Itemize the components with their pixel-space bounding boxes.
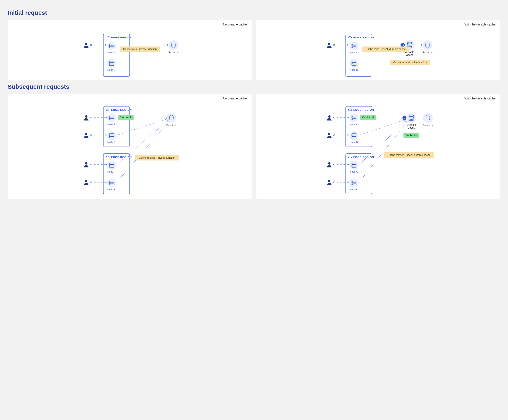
server-icon xyxy=(349,113,358,122)
node-a-label: Node A xyxy=(350,123,358,126)
user-icon xyxy=(84,180,89,185)
badge-cache-miss-text: Cache misses - invoke function xyxy=(139,156,175,159)
cloud-icon xyxy=(348,109,351,111)
edge-region-label: EDGE REGION xyxy=(111,36,132,39)
server-icon xyxy=(107,41,116,50)
node-a-label: Node A xyxy=(350,51,358,54)
diagram-subsequent-left: EDGE REGION Node A Node B EDGE REGION No… xyxy=(8,94,252,199)
user-icon xyxy=(327,162,332,167)
node-a-label: Node A xyxy=(350,170,358,173)
badge-cache-miss-text: Cache miss - check durable cache xyxy=(366,47,406,51)
user-icon xyxy=(84,43,89,48)
badge-cache-miss-text: Cache misses - check durable cache xyxy=(388,153,430,157)
server-icon xyxy=(107,59,116,68)
cloud-icon xyxy=(106,109,109,111)
dot-icon xyxy=(333,45,335,46)
badge-cache-hit-text: Cache hit xyxy=(405,134,417,137)
node-b-label: Node B xyxy=(350,141,358,144)
edge-region-label: EDGE REGION xyxy=(111,156,132,159)
panel-title: With the durable cache xyxy=(464,97,495,100)
server-icon xyxy=(107,161,116,170)
section-initial-title: Initial request xyxy=(8,9,500,16)
edge-region-label: EDGE REGION xyxy=(353,108,374,111)
user-icon xyxy=(84,115,89,120)
server-icon xyxy=(107,179,116,187)
svg-line-32 xyxy=(359,120,405,135)
function-label: Function xyxy=(166,124,177,127)
panel-subsequent-with-cache: With the durable cache xyxy=(256,94,500,199)
badge-cache-miss-text: Cache miss - invoke function xyxy=(393,61,427,64)
user-icon xyxy=(84,133,89,138)
node-b-label: Node B xyxy=(350,68,358,71)
user-icon xyxy=(84,162,89,167)
edge-region-box xyxy=(346,154,372,194)
dot-group xyxy=(333,117,335,183)
svg-line-34 xyxy=(359,122,407,182)
function-icon xyxy=(167,113,176,123)
server-icon xyxy=(349,179,358,187)
panel-subsequent-no-cache: No durable cache xyxy=(8,94,252,199)
svg-line-27 xyxy=(117,121,169,182)
node-a-label: Node A xyxy=(107,51,115,54)
edge-region-label: EDGE REGION xyxy=(111,108,132,111)
database-icon xyxy=(407,113,416,123)
server-icon xyxy=(107,113,116,122)
node-b-label: Node B xyxy=(107,68,116,71)
function-label: Function xyxy=(169,51,179,54)
dot-group xyxy=(90,117,92,183)
badge-cache-hit-text: Cache hit xyxy=(120,116,132,119)
user-icon xyxy=(327,133,332,138)
cloud-icon xyxy=(348,156,351,158)
row-initial: No durable cache EDGE REGION Node A Nod xyxy=(8,20,500,80)
cloud-icon xyxy=(106,156,109,158)
panel-initial-no-cache: No durable cache EDGE REGION Node A Nod xyxy=(8,20,252,80)
arrow-disc-icon xyxy=(402,116,406,120)
panel-title: No durable cache xyxy=(223,23,247,26)
function-label: Function xyxy=(423,124,433,127)
diagram-subsequent-right: EDGE REGION Node A Node B EDGE REGION No… xyxy=(256,94,500,199)
node-b-label: Node B xyxy=(107,141,116,144)
server-icon xyxy=(349,131,358,140)
node-b-label: Node B xyxy=(350,188,358,191)
server-icon xyxy=(107,131,116,140)
server-icon xyxy=(349,161,358,170)
section-subsequent-title: Subsequent requests xyxy=(8,83,500,90)
edge-region-box xyxy=(346,106,372,147)
edge-region-label: EDGE REGION xyxy=(353,156,374,159)
svg-line-25 xyxy=(117,119,168,135)
edge-region-label: EDGE REGION xyxy=(353,36,374,39)
user-icon xyxy=(327,180,332,185)
function-icon xyxy=(169,40,179,50)
server-icon xyxy=(349,41,358,50)
badge-cache-hit-text: Cache hit xyxy=(362,116,374,119)
row-subsequent: No durable cache xyxy=(8,94,500,199)
server-icon xyxy=(349,59,358,68)
node-a-label: Node A xyxy=(107,123,115,126)
dot-icon xyxy=(90,45,92,46)
function-icon xyxy=(423,40,433,50)
node-b-label: Node B xyxy=(107,188,116,191)
edge-region-box xyxy=(104,154,130,194)
diagram-initial-right: EDGE REGION Node A Node B DurableCache F… xyxy=(256,20,500,80)
edge-region-box xyxy=(104,106,130,147)
cloud-icon xyxy=(348,36,351,38)
function-icon xyxy=(423,113,433,123)
diagram-initial-left: EDGE REGION Node A Node B Function Cache… xyxy=(8,20,252,80)
panel-title: No durable cache xyxy=(223,97,247,100)
cloud-icon xyxy=(106,36,109,38)
panel-initial-with-cache: With the durable cache EDGE REGION Node … xyxy=(256,20,500,80)
panel-title: With the durable cache xyxy=(464,23,495,26)
node-a-label: Node A xyxy=(107,170,115,173)
durable-cache-label: DurableCache xyxy=(407,123,416,129)
function-label: Function xyxy=(423,51,433,54)
user-icon xyxy=(327,43,332,48)
user-icon xyxy=(327,115,332,120)
badge-cache-miss-text: Cache miss - invoke function xyxy=(123,47,157,51)
